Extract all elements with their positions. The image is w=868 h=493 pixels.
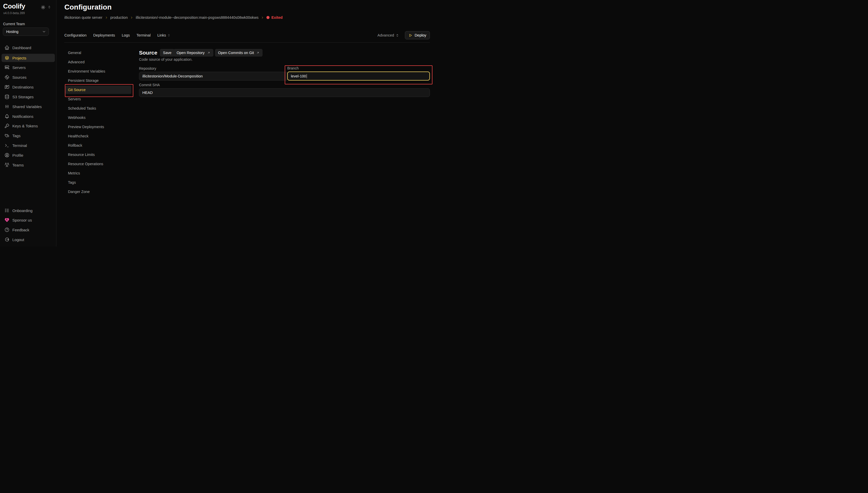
sidebar-item-label: Profile <box>12 153 23 157</box>
sidebar-item-label: Keys & Tokens <box>12 124 38 128</box>
source-description: Code source of your application. <box>139 57 193 62</box>
sidebar-item-shared-variables[interactable]: Shared Variables <box>2 102 55 111</box>
tags-icon <box>4 133 9 138</box>
commit-sha-input[interactable]: HEAD <box>139 88 430 97</box>
sidebar-item-teams[interactable]: Teams <box>2 161 55 169</box>
status-text: Exited <box>271 16 283 20</box>
sidebar-item-label: Logout <box>12 237 24 242</box>
selector-icon <box>167 34 171 37</box>
subnav-item-webhooks[interactable]: Webhooks <box>65 113 131 122</box>
sidebar-item-label: Tags <box>12 133 21 138</box>
open-repository-button[interactable]: Open Repository <box>173 49 213 57</box>
sidebar-item-s3-storages[interactable]: S3 Storages <box>2 93 55 101</box>
sidebar-item-projects[interactable]: Projects <box>2 54 55 62</box>
subnav-item-advanced[interactable]: Advanced <box>65 58 131 66</box>
sidebar-item-label: Servers <box>12 65 26 70</box>
subnav-item-tags[interactable]: Tags <box>65 178 131 187</box>
subnav-item-persistent-storage[interactable]: Persistent Storage <box>65 77 131 85</box>
save-label: Save <box>163 51 171 55</box>
team-select-value: Hosting <box>6 29 42 34</box>
subnav-item-scheduled-tasks[interactable]: Scheduled Tasks <box>65 104 131 112</box>
open-repository-label: Open Repository <box>176 51 205 55</box>
subnav-item-preview-deployments[interactable]: Preview Deployments <box>65 123 131 131</box>
theme-toggle-button[interactable] <box>41 5 46 10</box>
open-commits-button[interactable]: Open Commits on Git <box>215 49 262 57</box>
sidebar-item-servers[interactable]: Servers <box>2 63 55 71</box>
sidebar-item-label: S3 Storages <box>12 95 34 99</box>
subnav-item-danger-zone[interactable]: Danger Zone <box>65 188 131 196</box>
breadcrumb-environment[interactable]: production <box>110 16 128 20</box>
subnav-item-resource-operations[interactable]: Resource Operations <box>65 160 131 168</box>
sidebar-item-label: Feedback <box>12 228 29 232</box>
commit-sha-value: HEAD <box>142 90 153 95</box>
tab-links[interactable]: Links <box>157 31 171 39</box>
selector-icon <box>47 5 51 9</box>
sidebar-item-label: Sources <box>12 75 26 80</box>
subnav-item-resource-limits[interactable]: Resource Limits <box>65 151 131 159</box>
subnav-item-rollback[interactable]: Rollback <box>65 141 131 150</box>
sidebar-item-keys-tokens[interactable]: Keys & Tokens <box>2 122 55 130</box>
breadcrumb-project[interactable]: illicitonion quote server <box>64 16 103 20</box>
subnav-item-metrics[interactable]: Metrics <box>65 169 131 177</box>
sidebar-item-sources[interactable]: Sources <box>2 73 55 81</box>
terminal-icon <box>4 143 9 148</box>
version-selector[interactable] <box>47 5 51 9</box>
sidebar-item-profile[interactable]: Profile <box>2 151 55 159</box>
subnav-item-environment-variables[interactable]: Environment Variables <box>65 67 131 76</box>
sidebar-item-sponsor-us[interactable]: Sponsor us <box>2 216 55 224</box>
subnav-item-healthcheck[interactable]: Healthcheck <box>65 132 131 140</box>
page-title: Configuration <box>64 3 112 11</box>
layers-icon <box>4 55 9 61</box>
tab-terminal[interactable]: Terminal <box>136 31 151 39</box>
tab-links-label: Links <box>157 31 166 39</box>
sidebar-item-tags[interactable]: Tags <box>2 131 55 140</box>
checklist-icon <box>4 208 9 213</box>
advanced-selector[interactable]: Advanced <box>377 33 399 37</box>
commit-sha-label: Commit SHA <box>139 83 160 87</box>
sidebar-item-label: Teams <box>12 163 24 167</box>
external-link-icon <box>207 51 210 55</box>
sidebar-item-feedback[interactable]: Feedback <box>2 226 55 234</box>
app-version: v4.0.0-beta.399 <box>3 11 25 15</box>
coolify-logo[interactable]: Coolify <box>3 2 25 10</box>
deploy-label: Deploy <box>415 33 426 37</box>
sidebar-item-label: Destinations <box>12 85 34 89</box>
tab-logs[interactable]: Logs <box>122 31 130 39</box>
team-select[interactable]: Hosting <box>3 27 49 36</box>
divider <box>64 42 430 43</box>
sidebar-item-logout[interactable]: Logout <box>2 235 55 244</box>
deploy-button[interactable]: Deploy <box>405 31 430 39</box>
subnav-item-general[interactable]: General <box>65 49 131 57</box>
sidebar-item-dashboard[interactable]: Dashboard <box>2 43 55 52</box>
status-dot-icon <box>267 16 270 19</box>
chevron-down-icon <box>42 29 46 34</box>
save-button[interactable]: Save <box>160 49 174 57</box>
user-circle-icon <box>4 153 9 158</box>
tab-configuration[interactable]: Configuration <box>64 31 86 39</box>
subnav-item-git-source[interactable]: Git Source <box>65 86 131 94</box>
breadcrumb-application[interactable]: illicitestonion/-module--decomposition:m… <box>136 16 258 20</box>
git-icon <box>4 74 9 80</box>
text-caret <box>306 74 307 78</box>
branch-input[interactable]: level-100 <box>287 71 430 81</box>
users-group-icon <box>4 163 9 168</box>
advanced-label: Advanced <box>377 33 394 37</box>
sidebar-item-label: Terminal <box>12 143 27 148</box>
branch-value: level-100 <box>291 74 306 78</box>
sun-icon <box>41 5 46 10</box>
repository-label: Repository <box>139 66 156 70</box>
sidebar-item-label: Sponsor us <box>12 218 32 222</box>
sidebar-item-label: Notifications <box>12 114 34 119</box>
sidebar-item-onboarding[interactable]: Onboarding <box>2 206 55 215</box>
sidebar-item-destinations[interactable]: Destinations <box>2 83 55 91</box>
tab-deployments[interactable]: Deployments <box>93 31 115 39</box>
open-commits-label: Open Commits on Git <box>218 51 254 55</box>
sidebar-item-terminal[interactable]: Terminal <box>2 141 55 150</box>
subnav-item-servers[interactable]: Servers <box>65 95 131 103</box>
sidebar-item-notifications[interactable]: Notifications <box>2 112 55 121</box>
selector-icon <box>395 34 399 37</box>
branch-label: Branch <box>287 66 299 70</box>
logout-icon <box>4 237 9 242</box>
breadcrumb: illicitonion quote server production ill… <box>64 15 283 20</box>
repository-input[interactable]: illicitestonion/Module-Decomposition <box>139 72 288 81</box>
